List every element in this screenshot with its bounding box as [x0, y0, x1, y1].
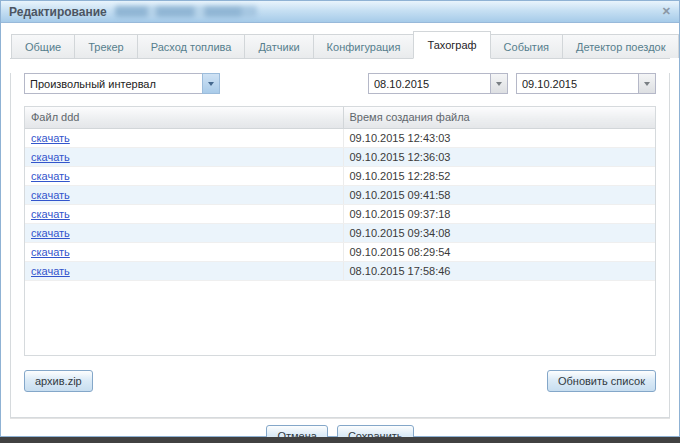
- download-link[interactable]: скачать: [31, 189, 70, 201]
- table-header-row: Файл ddd Время создания файла: [25, 107, 655, 128]
- tab-Конфигурация[interactable]: Конфигурация: [313, 34, 415, 58]
- dialog-titlebar[interactable]: Редактирование ✕: [1, 1, 679, 23]
- table-row: скачать09.10.2015 08:29:54: [25, 242, 655, 261]
- dialog-title: Редактирование: [9, 5, 107, 19]
- date-from-input[interactable]: [368, 73, 490, 94]
- tab-Детектор поездок[interactable]: Детектор поездок: [562, 34, 679, 58]
- download-link[interactable]: скачать: [31, 151, 70, 163]
- file-created-cell: 08.10.2015 17:58:46: [343, 261, 655, 280]
- file-link-cell: скачать: [25, 185, 343, 204]
- column-header-file[interactable]: Файл ddd: [25, 107, 343, 128]
- download-link[interactable]: скачать: [31, 246, 70, 258]
- dialog-body: ОбщиеТрекерРасход топливаДатчикиКонфигур…: [1, 23, 679, 443]
- date-from-trigger[interactable]: [490, 73, 508, 94]
- table-row: скачать09.10.2015 09:41:58: [25, 185, 655, 204]
- redacted-product-name: [115, 6, 257, 17]
- file-created-cell: 09.10.2015 09:41:58: [343, 185, 655, 204]
- files-grid: Файл ddd Время создания файла скачать09.…: [24, 106, 656, 356]
- file-created-cell: 09.10.2015 12:43:03: [343, 128, 655, 147]
- archive-zip-button[interactable]: архив.zip: [24, 370, 93, 392]
- table-body: скачать09.10.2015 12:43:03скачать09.10.2…: [25, 128, 655, 280]
- tab-Общие[interactable]: Общие: [11, 34, 75, 58]
- tab-Расход топлива[interactable]: Расход топлива: [137, 34, 246, 58]
- file-link-cell: скачать: [25, 166, 343, 185]
- date-to-input[interactable]: [516, 73, 638, 94]
- close-icon[interactable]: ✕: [662, 5, 671, 18]
- tab-bar: ОбщиеТрекерРасход топливаДатчикиКонфигур…: [10, 31, 670, 59]
- tab-События[interactable]: События: [490, 34, 563, 58]
- file-link-cell: скачать: [25, 128, 343, 147]
- interval-combobox[interactable]: [24, 73, 220, 94]
- file-link-cell: скачать: [25, 204, 343, 223]
- table-row: скачать09.10.2015 12:28:52: [25, 166, 655, 185]
- file-created-cell: 09.10.2015 09:37:18: [343, 204, 655, 223]
- download-link[interactable]: скачать: [31, 227, 70, 239]
- chevron-down-icon: [644, 82, 650, 86]
- background-strip: [0, 437, 680, 443]
- refresh-list-button[interactable]: Обновить список: [547, 370, 656, 392]
- table-row: скачать09.10.2015 09:34:08: [25, 223, 655, 242]
- date-from-field[interactable]: [368, 73, 508, 94]
- file-created-cell: 09.10.2015 09:34:08: [343, 223, 655, 242]
- interval-dropdown-trigger[interactable]: [202, 73, 220, 94]
- column-header-created[interactable]: Время создания файла: [343, 107, 655, 128]
- tab-Трекер[interactable]: Трекер: [74, 34, 138, 58]
- chevron-down-icon: [496, 82, 502, 86]
- tab-Датчики[interactable]: Датчики: [244, 34, 313, 58]
- download-link[interactable]: скачать: [31, 208, 70, 220]
- file-link-cell: скачать: [25, 223, 343, 242]
- files-table: Файл ddd Время создания файла скачать09.…: [25, 107, 655, 281]
- file-created-cell: 09.10.2015 12:28:52: [343, 166, 655, 185]
- file-created-cell: 09.10.2015 12:36:03: [343, 147, 655, 166]
- date-to-field[interactable]: [516, 73, 656, 94]
- download-link[interactable]: скачать: [31, 170, 70, 182]
- edit-dialog: Редактирование ✕ ОбщиеТрекерРасход топли…: [0, 0, 680, 437]
- tachograph-panel: Файл ddd Время создания файла скачать09.…: [10, 73, 670, 418]
- download-link[interactable]: скачать: [31, 132, 70, 144]
- filters-row: [24, 73, 656, 94]
- table-row: скачать09.10.2015 09:37:18: [25, 204, 655, 223]
- tab-Тахограф[interactable]: Тахограф: [413, 31, 490, 59]
- file-link-cell: скачать: [25, 147, 343, 166]
- file-link-cell: скачать: [25, 242, 343, 261]
- screen-backdrop: Редактирование ✕ ОбщиеТрекерРасход топли…: [0, 0, 680, 443]
- file-link-cell: скачать: [25, 261, 343, 280]
- file-created-cell: 09.10.2015 08:29:54: [343, 242, 655, 261]
- table-row: скачать08.10.2015 17:58:46: [25, 261, 655, 280]
- table-row: скачать09.10.2015 12:43:03: [25, 128, 655, 147]
- date-to-trigger[interactable]: [638, 73, 656, 94]
- grid-actions-row: архив.zip Обновить список: [24, 370, 656, 392]
- interval-input[interactable]: [24, 73, 202, 94]
- table-row: скачать09.10.2015 12:36:03: [25, 147, 655, 166]
- chevron-down-icon: [208, 82, 214, 86]
- download-link[interactable]: скачать: [31, 265, 70, 277]
